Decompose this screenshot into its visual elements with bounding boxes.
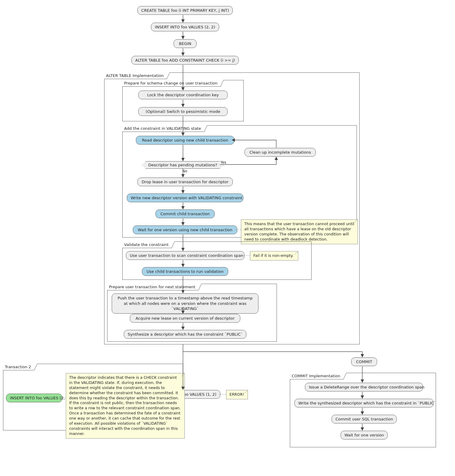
node-wait-version-2: Wait for one version: [341, 431, 388, 439]
node-write-public: Write the synthesized descriptor which h…: [294, 399, 434, 407]
group-commit-impl-title: COMMIT Implementation: [290, 373, 344, 379]
group-prepare-title: Prepare for schema change on user transa…: [122, 80, 221, 87]
node-begin: BEGIN: [174, 39, 197, 48]
dash-error: [219, 394, 226, 395]
node-push-timestamp: Push the user transaction to a timestamp…: [112, 293, 258, 314]
node-lock-descriptor: Lock the descriptor coordination key: [138, 91, 228, 99]
node-pessimistic: (Optional) Switch to pessimistic mode: [138, 107, 228, 116]
node-commit-child: Commit child transaction: [155, 209, 215, 218]
node-write-validating: Write new descriptor version with VALIDA…: [127, 193, 243, 202]
label-yes: Yes: [220, 160, 227, 165]
node-scan-span: Use user transaction to scan constraint …: [126, 251, 245, 260]
node-commit-user: Commit user SQL transaction: [332, 415, 397, 423]
node-delete-range: Issue a DeleteRange over the descriptor …: [305, 383, 423, 391]
group-validate-title: Validate the constraint: [122, 241, 172, 248]
node-drop-lease: Drop lease in user transaction for descr…: [137, 177, 233, 186]
note-wait-version: This means that the user transaction can…: [241, 219, 358, 244]
dash-wait: [235, 230, 241, 230]
node-commit: COMMIT: [351, 357, 377, 366]
note-error: ERROR!: [226, 390, 248, 399]
node-insert-22: INSERT INTO foo VALUES (2, 2): [151, 23, 219, 31]
node-alter-table: ALTER TABLE foo ADD CONSTRAINT CHECK (i …: [131, 56, 239, 65]
node-wait-version: Wait for one version using new child tra…: [133, 225, 237, 234]
node-insert-23: INSERT INTO foo VALUES (2, 3): [6, 394, 62, 402]
dash-fail: [243, 255, 250, 256]
decision-pending-mutations: Descriptor has pending mutations?: [142, 161, 223, 169]
node-read-descriptor: Read descriptor using new child transact…: [136, 136, 234, 145]
node-acquire-lease: Acquire new lease on current version of …: [130, 314, 240, 323]
node-cleanup: Clean up incomplete mutations: [245, 148, 316, 157]
dash-tx2: [60, 398, 66, 398]
note-fail-nonempty: Fail if it is non-empty.: [250, 251, 298, 260]
group-tx2-title: Transaction 2: [3, 364, 34, 370]
flowchart: CREATE TABLE foo (i INT PRIMARY KEY, j I…: [3, 3, 452, 473]
group-alter-title: ALTER TABLE Implementation: [104, 72, 167, 79]
node-synthesize-public: Synthesize a descriptor which has the co…: [124, 330, 246, 339]
group-add-title: Add the constraint in VALIDATING state: [122, 125, 204, 132]
label-no: No: [182, 169, 188, 173]
group-next-title: Prepare user transaction for next statem…: [107, 284, 199, 290]
node-create-table: CREATE TABLE foo (i INT PRIMARY KEY, j I…: [137, 6, 233, 15]
node-child-validate: Use child transactions to run validation: [142, 267, 228, 276]
note-tx2: The descriptor indicates that there is a…: [66, 373, 185, 439]
